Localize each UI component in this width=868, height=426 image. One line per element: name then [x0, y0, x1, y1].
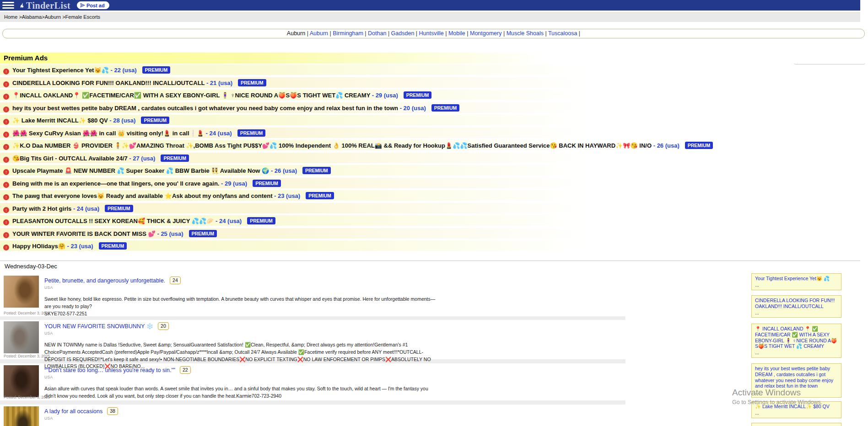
listing-title-link[interactable]: A lady for all occasions [44, 408, 102, 415]
city-separator: | [577, 30, 580, 37]
listing-item: Posted: December 3, 2025 YOUR NEW FAVORI… [4, 320, 626, 358]
premium-ad-age: - 29 (usa) [219, 180, 247, 187]
flame-icon [19, 2, 25, 9]
premium-ad-row[interactable]: ↑The pawg that everyone loves😼 Ready and… [0, 190, 868, 201]
listing-photo[interactable] [4, 276, 39, 308]
sidebar-ad-box[interactable] [751, 423, 841, 426]
listing-photo[interactable] [4, 406, 39, 426]
listing-content: “"Don't stare too long… unless you're re… [44, 364, 626, 400]
listing-photo[interactable] [4, 365, 39, 397]
premium-ad-row[interactable]: ↑PLEASANTON OUTCALLS !! SEXY KOREAN🥰 THI… [0, 215, 868, 226]
premium-ad-row[interactable]: ↑Upscale Playmate 🚨 NEW NUMBER 💦 Super S… [0, 165, 868, 176]
city-separator: | [414, 30, 419, 37]
premium-ad-age: - 22 (usa) [109, 67, 137, 74]
city-link[interactable]: Birmingham [333, 30, 363, 37]
premium-ad-row[interactable]: ↑✨K.O Daa NUMBER 👙 PROVIDER 🧍✨💕AMAZING T… [0, 140, 868, 150]
city-separator: | [328, 30, 333, 37]
bump-up-icon: ↑ [3, 106, 9, 112]
listing-content: A lady for all occasions 38 USA [44, 405, 626, 421]
premium-ad-row[interactable]: ↑😘Big Tits Girl - OUTCALL Available 24/7… [0, 153, 868, 163]
premium-ad-age: - 26 (usa) [269, 167, 297, 174]
premium-ad-row[interactable]: ↑hey its your best wettes petite baby DR… [0, 102, 868, 113]
city-separator: | [465, 30, 470, 37]
premium-ad-age: - 24 (usa) [214, 218, 242, 224]
sidebar-ad-text: ✨ Lake Merritt INCALL✨ $80 QV [755, 404, 838, 410]
sidebar-ad-box[interactable]: Your Tightest Experience Yet😼 💦 ... [751, 273, 841, 290]
premium-ad-row[interactable]: ↑✨ Lake Merritt INCALL✨ $80 QV - 28 (usa… [0, 115, 868, 125]
sidebar-ad-box[interactable]: 📍 INCALL OAKLAND 📍 ✅ FACETIME/CAR ✅ WITH… [751, 324, 841, 358]
premium-ad-title: Your Tightest Experience Yet😼💦 [12, 67, 109, 74]
bump-up-icon: ↑ [3, 194, 9, 200]
listing-country: USA [44, 375, 626, 379]
city-link[interactable]: Mobile [448, 30, 465, 37]
premium-ad-age: - 24 (usa) [204, 130, 232, 137]
premium-ad-title: YOUR WINTER FAVORITE IS BACK DONT MISS 💕 [12, 230, 156, 237]
listing-item: A lady for all occasions 38 USA [4, 405, 626, 426]
city-link[interactable]: Muscle Shoals [507, 30, 544, 37]
sidebar-ad-box[interactable]: hey its your best wettes petite baby DRE… [751, 363, 841, 398]
city-link[interactable]: Dothan [368, 30, 386, 37]
date-heading: Wednesday-03-Dec [5, 263, 57, 270]
premium-badge: PREMIUM [237, 129, 266, 137]
bump-up-icon: ↑ [3, 119, 9, 125]
city-links: Auburn | Auburn | Birmingham | Dothan | … [287, 30, 580, 37]
bump-up-icon: ↑ [3, 207, 9, 213]
breadcrumb: Home >Alabama>Auburn >Female Escorts [0, 12, 860, 22]
premium-badge: PREMIUM [238, 79, 266, 86]
listing-country: USA [44, 331, 626, 335]
listing-country: USA [44, 416, 626, 421]
premium-badge: PREMIUM [105, 205, 133, 212]
premium-ad-row[interactable]: ↑Your Tightest Experience Yet😼💦 - 22 (us… [0, 64, 868, 75]
premium-ad-title: 😘Big Tits Girl - OUTCALL Available 24/7 [12, 155, 128, 162]
listing-description: Sweet like honey, bold like espresso. Pe… [44, 296, 439, 317]
premium-badge: PREMIUM [189, 230, 217, 237]
premium-ad-row[interactable]: ↑Being with me is an experience—one that… [0, 178, 868, 188]
premium-ad-row[interactable]: ↑YOUR WINTER FAVORITE IS BACK DONT MISS … [0, 228, 868, 239]
menu-icon[interactable] [2, 2, 14, 9]
premium-badge: PREMIUM [142, 66, 171, 74]
premium-ad-row[interactable]: ↑CINDERELLA LOOKING FOR FUN!!! OAKLAND!!… [0, 77, 868, 88]
bump-up-icon: ↑ [3, 157, 9, 163]
brand-logo[interactable]: TinderList [19, 1, 70, 10]
listing-country: USA [44, 285, 626, 290]
listing-item: Posted: December 3, 2025 “"Don't stare t… [4, 364, 626, 399]
city-link[interactable]: Auburn [310, 30, 328, 37]
listing-title-link[interactable]: Petite, brunette, and dangerously unforg… [44, 277, 165, 284]
sidebar-ad-more: ... [755, 282, 838, 288]
premium-ad-title: 🌺🌺 Sexy CuRvy Asian 🌺🌺 in call 👑 visitin… [12, 130, 204, 137]
premium-ad-row[interactable]: ↑📍INCALL OAKLAND📍 ✅FACETIME/CAR✅ WITH A … [0, 90, 868, 100]
premium-ad-row[interactable]: ↑Party with 2 Hot girls - 24 (usa)PREMIU… [0, 203, 868, 213]
premium-ad-age: - 26 (usa) [652, 142, 679, 149]
premium-ad-age: - 29 (usa) [370, 92, 398, 99]
listing-posted-date: Posted: December 3, 2025 [4, 354, 50, 358]
post-ad-label: Post ad [86, 3, 105, 8]
premium-ad-title: Happy HOlidays🤗 [12, 243, 65, 250]
premium-ad-row[interactable]: ↑🌺🌺 Sexy CuRvy Asian 🌺🌺 in call 👑 visiti… [0, 128, 868, 138]
sidebar-ad-more: ... [755, 410, 838, 416]
city-link[interactable]: Huntsville [419, 30, 444, 37]
listing-title-link[interactable]: “"Don't stare too long… unless you're re… [44, 367, 175, 373]
listing-posted-date: Posted: December 3, 2025 [4, 311, 50, 315]
listing-photo[interactable] [4, 321, 39, 353]
listing-age-badge: 24 [170, 277, 181, 284]
paper-plane-icon [80, 3, 85, 8]
sidebar-ad-text: hey its your best wettes petite baby DRE… [755, 366, 838, 389]
bump-up-icon: ↑ [3, 245, 9, 250]
post-ad-button[interactable]: Post ad [77, 1, 109, 9]
premium-badge: PREMIUM [253, 180, 281, 187]
sidebar-ad-box[interactable]: ✨ Lake Merritt INCALL✨ $80 QV ... [751, 401, 841, 418]
sidebar-ad-box[interactable]: CINDERELLA LOOKING FOR FUN!!! OAKLAND!!!… [751, 295, 841, 318]
city-link[interactable]: Gadsden [391, 30, 415, 37]
premium-ad-title: 📍INCALL OAKLAND📍 ✅FACETIME/CAR✅ WITH A S… [12, 92, 370, 99]
listing-title-link[interactable]: YOUR NEW FAVORITE SNOWBUNNY ❄️ [44, 323, 153, 330]
premium-ad-age: - 27 (usa) [128, 155, 156, 162]
premium-ad-title: Party with 2 Hot girls [12, 205, 71, 212]
bump-up-icon: ↑ [3, 94, 9, 100]
premium-ad-title: ✨ Lake Merritt INCALL✨ $80 QV [12, 117, 108, 124]
premium-ad-age: - 28 (usa) [108, 117, 136, 124]
city-link[interactable]: Tuscaloosa [548, 30, 577, 37]
premium-ad-row[interactable]: ↑Happy HOlidays🤗 - 23 (usa)PREMIUM [0, 240, 868, 251]
city-link[interactable]: Montgomery [470, 30, 501, 37]
bump-up-icon: ↑ [3, 69, 9, 75]
listing-content: YOUR NEW FAVORITE SNOWBUNNY ❄️ 20 USA NE… [44, 320, 626, 370]
